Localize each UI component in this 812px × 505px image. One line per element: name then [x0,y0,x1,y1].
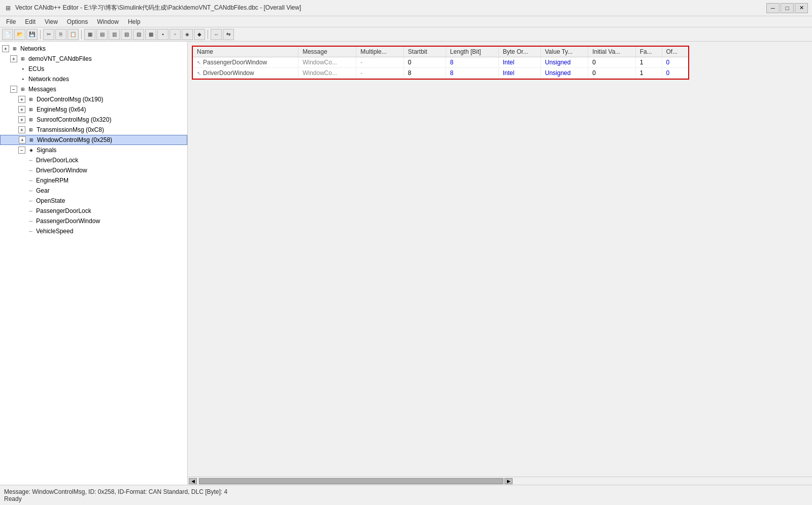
toolbar-btn-l[interactable]: ⇆ [223,29,234,40]
toolbar-btn-a[interactable]: ▦ [84,29,95,40]
toolbar-sep-2 [81,30,82,39]
col-message: Message [298,47,356,57]
col-value-type: Value Ty... [540,47,588,57]
right-panel-scroll[interactable]: ◀ ▶ [188,477,812,485]
tree-item-sig-passenger-door-lock[interactable]: ∼ PassengerDoorLock [0,206,187,216]
cell-init-2: 0 [588,68,635,79]
tree-item-network-nodes[interactable]: ▪ Network nodes [0,74,187,84]
tree-label-sig-driverlock: DriverDoorLock [36,157,78,164]
tree-item-window-control[interactable]: + ⊞ WindowControlMsg (0x258) [0,135,187,145]
menu-options[interactable]: Options [63,17,92,26]
tree-item-sunroof[interactable]: + ⊞ SunroofControlMsg (0x320) [0,115,187,125]
signal-tilde-6: ∼ [26,207,35,214]
tree-label-ecus: ECUs [28,65,44,73]
cell-fa-2: 1 [635,68,662,79]
signal-tilde-8: ∼ [26,228,35,235]
tree-item-transmission[interactable]: + ⊞ TransmissionMsg (0xC8) [0,125,187,135]
expand-messages[interactable]: − [10,86,17,93]
title-bar-controls: ─ □ ✕ [766,3,808,13]
toolbar-btn-g[interactable]: ▪ [157,29,168,40]
expand-transmission[interactable]: + [18,126,25,133]
network-icon: ⊞ [11,45,19,52]
tree-item-sig-open-state[interactable]: ∼ OpenState [0,196,187,206]
expand-window[interactable]: + [19,136,26,143]
window-title: Vector CANdb++ Editor - E:\学习\博客\Simulin… [15,4,301,12]
tree-item-sig-driver-door-lock[interactable]: ∼ DriverDoorLock [0,155,187,165]
toolbar-btn-e[interactable]: ▨ [133,29,144,40]
cell-offset-2: 0 [662,68,688,79]
toolbar-btn-f[interactable]: ▩ [145,29,156,40]
toolbar-open[interactable]: 📂 [14,29,25,40]
scroll-right-btn[interactable]: ▶ [504,478,513,484]
title-bar: ⊞ Vector CANdb++ Editor - E:\学习\博客\Simul… [0,0,812,16]
tree-label-sig-gear: Gear [36,187,50,194]
signal-name-2: DriverDoorWindow [203,69,254,77]
toolbar-sep-1 [40,30,41,39]
scroll-thumb[interactable] [199,478,503,484]
minimize-button[interactable]: ─ [766,3,780,13]
tree-label-sig-passengerwindow: PassengerDoorWindow [36,218,100,225]
toolbar-btn-d[interactable]: ▧ [121,29,132,40]
tree-item-messages[interactable]: − ⊞ Messages [0,84,187,94]
toolbar-btn-j[interactable]: ◆ [194,29,205,40]
signal-table-container: Name Message Multiple... Startbit Length… [192,46,689,80]
cell-msg-2: WindowCo... [298,68,356,79]
tree-item-demovnt[interactable]: + ⊞ demoVNT_CANdbFiles [0,54,187,64]
tree-item-engine-msg[interactable]: + ⊞ EngineMsg (0x64) [0,104,187,115]
tree-item-ecus[interactable]: ▪ ECUs [0,64,187,74]
maximize-button[interactable]: □ [781,3,794,13]
menu-help[interactable]: Help [124,17,145,26]
tree-item-signals[interactable]: − ◈ Signals [0,145,187,155]
tree-label-transmission: TransmissionMsg (0xC8) [37,126,104,133]
col-startbit: Startbit [403,47,446,57]
tree-item-sig-passenger-door-window[interactable]: ∼ PassengerDoorWindow [0,216,187,226]
window-icon: ⊞ [27,136,36,143]
signal-arrow-2: ↖ [197,70,201,76]
expand-engine[interactable]: + [18,106,25,113]
title-bar-left: ⊞ Vector CANdb++ Editor - E:\学习\博客\Simul… [4,4,301,12]
table-row[interactable]: ↖ PassengerDoorWindow WindowCo... - 0 8 … [193,57,688,68]
toolbar-new[interactable]: 📄 [2,29,13,40]
toolbar-btn-h[interactable]: ▫ [170,29,181,40]
col-length: Length [Bit] [446,47,498,57]
signal-tilde-5: ∼ [26,197,35,204]
menu-file[interactable]: File [2,17,20,26]
signal-tilde-1: ∼ [26,157,35,164]
cell-byteord-1: Intel [498,57,540,68]
expand-demovnt[interactable]: + [10,55,17,62]
tree-label-signals: Signals [37,147,56,154]
signals-icon: ◈ [27,147,35,154]
tree-item-sig-engine-rpm[interactable]: ∼ EngineRPM [0,175,187,186]
toolbar-btn-i[interactable]: ◈ [182,29,193,40]
scroll-left-btn[interactable]: ◀ [189,478,197,484]
signal-table: Name Message Multiple... Startbit Length… [193,47,688,79]
cell-byteord-2: Intel [498,68,540,79]
tree-item-sig-gear[interactable]: ∼ Gear [0,186,187,196]
tree-label-window: WindowControlMsg (0x258) [37,136,112,143]
col-offset: Of... [662,47,688,57]
tree-label-engine: EngineMsg (0x64) [37,106,86,113]
toolbar-save[interactable]: 💾 [26,29,38,40]
table-row[interactable]: ↖ DriverDoorWindow WindowCo... - 8 8 Int… [193,68,688,79]
expand-door[interactable]: + [18,96,25,103]
expand-networks[interactable]: + [2,45,9,52]
tree-item-sig-driver-door-window[interactable]: ∼ DriverDoorWindow [0,165,187,175]
menu-view[interactable]: View [41,17,62,26]
toolbar-btn-b[interactable]: ▤ [96,29,108,40]
toolbar-cut[interactable]: ✂ [43,29,54,40]
toolbar-btn-k[interactable]: ↔ [211,29,222,40]
menu-window[interactable]: Window [93,17,123,26]
main-area: + ⊞ Networks + ⊞ demoVNT_CANdbFiles ▪ EC… [0,42,812,485]
tree-item-networks[interactable]: + ⊞ Networks [0,44,187,54]
toolbar-copy[interactable]: ⎘ [55,29,66,40]
tree-item-door-control[interactable]: + ⊞ DoorControlMsg (0x190) [0,94,187,104]
toolbar-btn-c[interactable]: ▥ [109,29,120,40]
expand-sunroof[interactable]: + [18,116,25,123]
expand-signals[interactable]: − [18,147,25,154]
tree-item-sig-vehicle-speed[interactable]: ∼ VehicleSpeed [0,226,187,236]
close-button[interactable]: ✕ [795,3,808,13]
tree-label-sunroof: SunroofControlMsg (0x320) [37,116,111,123]
signal-tilde-3: ∼ [26,177,35,184]
menu-edit[interactable]: Edit [21,17,40,26]
toolbar-paste[interactable]: 📋 [67,29,79,40]
